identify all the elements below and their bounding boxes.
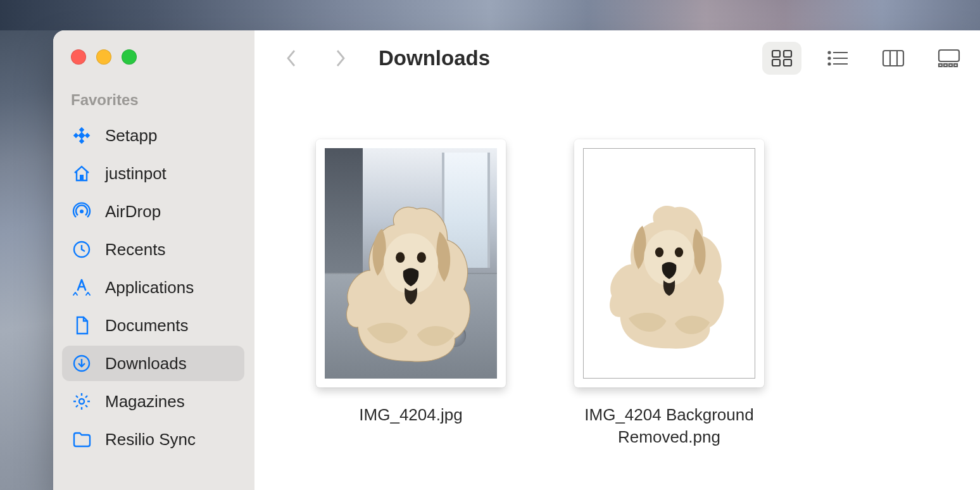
applications-icon [71, 277, 92, 298]
downloads-icon [71, 353, 92, 374]
setapp-icon [71, 125, 92, 146]
file-item[interactable]: IMG_4204.jpg [313, 139, 509, 426]
gear-icon [71, 391, 92, 412]
sidebar: Favorites Setapp justi [53, 30, 254, 490]
back-button[interactable] [280, 46, 304, 70]
svg-rect-4 [78, 132, 85, 139]
list-view-button[interactable] [818, 42, 857, 75]
svg-point-29 [396, 252, 405, 263]
sidebar-item-resilio-sync[interactable]: Resilio Sync [62, 422, 244, 457]
document-icon [71, 315, 92, 336]
svg-point-30 [417, 252, 426, 263]
finder-window: Favorites Setapp justi [53, 30, 980, 490]
gallery-view-button[interactable] [929, 42, 969, 75]
nav-arrows [280, 46, 352, 70]
sidebar-item-label: justinpot [105, 164, 166, 184]
svg-rect-10 [772, 51, 780, 57]
svg-rect-11 [784, 51, 791, 57]
icon-view-button[interactable] [762, 42, 801, 75]
svg-rect-20 [883, 51, 903, 66]
minimize-window-button[interactable] [96, 49, 111, 65]
svg-point-18 [829, 63, 831, 65]
sidebar-item-home[interactable]: justinpot [62, 156, 244, 191]
sidebar-item-label: Setapp [105, 126, 157, 146]
svg-rect-2 [73, 133, 79, 138]
sidebar-item-magazines[interactable]: Magazines [62, 384, 244, 419]
dog-photo [335, 190, 486, 374]
file-thumbnail [574, 139, 764, 387]
sidebar-item-airdrop[interactable]: AirDrop [62, 194, 244, 229]
svg-rect-3 [85, 133, 90, 138]
column-view-button[interactable] [874, 42, 913, 75]
sidebar-items: Setapp justinpot AirDrop Recents [53, 118, 254, 457]
airdrop-icon [71, 201, 92, 222]
view-switcher [762, 42, 969, 75]
svg-point-32 [655, 248, 663, 257]
svg-rect-0 [79, 127, 84, 132]
sidebar-item-recents[interactable]: Recents [62, 232, 244, 267]
svg-rect-1 [79, 139, 84, 144]
folder-icon [71, 429, 92, 450]
sidebar-item-downloads[interactable]: Downloads [62, 346, 244, 381]
file-grid: IMG_4204.jpg [254, 86, 980, 490]
toolbar: Downloads [254, 30, 980, 86]
svg-rect-27 [954, 64, 957, 66]
svg-rect-13 [784, 60, 791, 66]
file-name: IMG_4204 Background Removed.png [574, 404, 764, 448]
main-content: Downloads [254, 30, 980, 490]
dog-cutout [599, 183, 739, 367]
svg-rect-24 [939, 64, 942, 66]
svg-point-14 [829, 52, 831, 54]
window-controls [53, 49, 254, 91]
clock-icon [71, 239, 92, 260]
svg-point-33 [675, 248, 683, 257]
sidebar-item-applications[interactable]: Applications [62, 270, 244, 305]
svg-point-16 [829, 58, 831, 60]
sidebar-item-documents[interactable]: Documents [62, 308, 244, 343]
sidebar-item-label: AirDrop [105, 202, 161, 222]
svg-rect-23 [939, 50, 959, 61]
file-item[interactable]: IMG_4204 Background Removed.png [571, 139, 767, 448]
svg-rect-12 [772, 60, 780, 66]
sidebar-item-label: Recents [105, 240, 165, 260]
sidebar-item-label: Resilio Sync [105, 430, 196, 449]
fullscreen-window-button[interactable] [122, 49, 137, 65]
svg-rect-25 [944, 64, 947, 66]
sidebar-item-label: Documents [105, 316, 189, 336]
file-name: IMG_4204.jpg [359, 404, 462, 426]
svg-rect-5 [80, 175, 84, 180]
close-window-button[interactable] [71, 49, 86, 65]
svg-point-9 [79, 399, 84, 404]
forward-button[interactable] [328, 46, 352, 70]
window-title: Downloads [379, 46, 490, 70]
sidebar-item-setapp[interactable]: Setapp [62, 118, 244, 153]
svg-rect-26 [949, 64, 952, 66]
sidebar-item-label: Magazines [105, 392, 185, 411]
svg-point-6 [80, 210, 84, 213]
sidebar-item-label: Applications [105, 278, 194, 298]
home-icon [71, 163, 92, 184]
file-thumbnail [316, 139, 506, 387]
sidebar-item-label: Downloads [105, 354, 187, 374]
sidebar-section-heading: Favorites [53, 91, 254, 118]
